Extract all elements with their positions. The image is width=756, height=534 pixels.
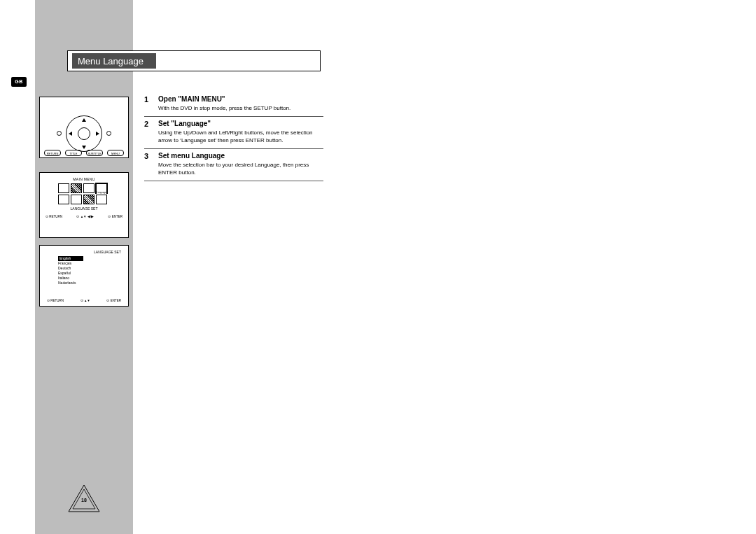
- menu-icon: [58, 195, 69, 204]
- step-text: Using the Up/Down and Left/Right buttons…: [158, 129, 323, 144]
- language-item: Français: [58, 261, 121, 266]
- language-set-heading: LANGUAGE SET: [47, 250, 121, 254]
- arrow-down-icon: [82, 146, 86, 149]
- page-number: 18: [67, 498, 101, 503]
- main-menu-heading: MAIN MENU: [46, 177, 122, 181]
- main-menu-icon-grid: Language: [58, 183, 110, 204]
- instruction-steps: 1 Open "MAIN MENU" With the DVD in stop …: [144, 92, 323, 181]
- language-list: English Français Deutsch Español Italian…: [47, 256, 121, 286]
- footer-enter: ENTER: [106, 299, 121, 302]
- remote-btn-menu: MENU: [107, 150, 124, 156]
- arrow-right-icon: [96, 132, 99, 136]
- main-menu-subtitle: LANGUAGE SET: [46, 206, 122, 211]
- section-title-box: Menu Language: [67, 50, 321, 71]
- menu-icon: [71, 183, 82, 193]
- language-item: Español: [58, 271, 121, 276]
- language-set-footer: RETURN ▲▼ ENTER: [47, 299, 121, 302]
- menu-icon-language-selected: Language: [96, 183, 107, 193]
- arrow-left-icon: [69, 132, 72, 136]
- language-item: Nederlands: [58, 281, 121, 286]
- remote-dpad: [66, 115, 102, 152]
- remote-small-button-right: [106, 131, 111, 136]
- remote-btn-title: TITLE: [65, 150, 82, 156]
- remote-enter-button: [78, 127, 90, 140]
- remote-btn-return: RETURN: [44, 150, 61, 156]
- section-title: Menu Language: [72, 53, 156, 69]
- footer-enter: ENTER: [108, 215, 122, 218]
- region-tab: GB: [11, 77, 27, 87]
- language-set-screenshot: LANGUAGE SET English Français Deutsch Es…: [39, 245, 129, 307]
- step-text: Move the selection bar to your desired L…: [158, 161, 323, 176]
- step-1: 1 Open "MAIN MENU" With the DVD in stop …: [144, 92, 323, 117]
- step-title: Open "MAIN MENU": [158, 95, 323, 103]
- step-text: With the DVD in stop mode, press the SET…: [158, 104, 323, 112]
- menu-icon: [96, 195, 107, 204]
- step-number: 1: [144, 95, 151, 112]
- step-2: 2 Set "Language" Using the Up/Down and L…: [144, 117, 323, 149]
- language-item: Italiano: [58, 276, 121, 281]
- main-menu-screenshot: MAIN MENU Language LANGUAGE SET RETURN ▲…: [39, 172, 129, 238]
- footer-return: RETURN: [46, 215, 62, 218]
- manual-page: GB Menu Language RETURN TITLE SUBTITLE M…: [0, 0, 756, 534]
- footer-nav: ▲▼ ◀/▶: [76, 215, 94, 218]
- remote-button-row: RETURN TITLE SUBTITLE MENU: [40, 150, 128, 156]
- page-number-marker: 18: [67, 484, 101, 513]
- step-number: 2: [144, 120, 151, 144]
- remote-illustration: RETURN TITLE SUBTITLE MENU: [39, 97, 129, 158]
- step-title: Set menu Language: [158, 152, 323, 160]
- menu-icon: [58, 183, 69, 193]
- remote-btn-subtitle: SUBTITLE: [86, 150, 103, 156]
- step-number: 3: [144, 152, 151, 176]
- step-3: 3 Set menu Language Move the selection b…: [144, 149, 323, 181]
- menu-icon: [71, 195, 82, 204]
- main-menu-footer: RETURN ▲▼ ◀/▶ ENTER: [46, 215, 122, 218]
- language-item: Deutsch: [58, 266, 121, 271]
- menu-icon: [83, 183, 94, 193]
- remote-small-button-left: [57, 131, 62, 136]
- step-title: Set "Language": [158, 120, 323, 127]
- footer-return: RETURN: [47, 299, 64, 302]
- menu-icon: [83, 195, 94, 204]
- arrow-up-icon: [82, 118, 86, 122]
- language-item-selected: English: [58, 256, 83, 261]
- footer-nav: ▲▼: [80, 299, 90, 302]
